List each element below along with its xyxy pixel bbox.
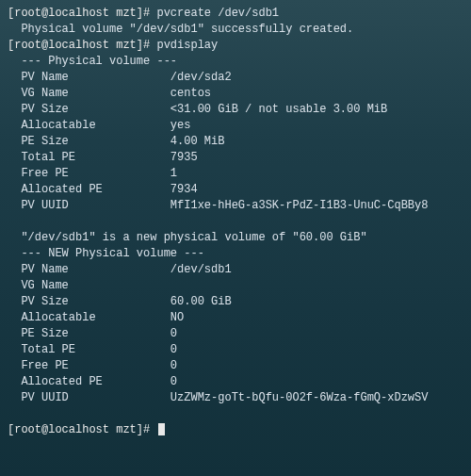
pv-alloc-row: Allocatable yes	[8, 118, 463, 134]
npv-totalpe-row: Total PE 0	[8, 342, 463, 358]
new-pv-header: --- NEW Physical volume ---	[8, 246, 463, 262]
output-line: Physical volume "/dev/sdb1" successfully…	[8, 22, 463, 38]
pv-name-val: /dev/sda2	[171, 71, 232, 84]
npv-size-row: PV Size 60.00 GiB	[8, 294, 463, 310]
blank-line	[8, 406, 463, 422]
pv-size-row: PV Size <31.00 GiB / not usable 3.00 MiB	[8, 102, 463, 118]
bracket-close: ]#	[137, 39, 150, 52]
pv-size-key: PV Size	[8, 103, 171, 116]
pv-name-row: PV Name /dev/sda2	[8, 70, 463, 86]
pv-totalpe-row: Total PE 7935	[8, 150, 463, 166]
npv-vg-row: VG Name	[8, 278, 463, 294]
pv-alloc-val: yes	[171, 119, 191, 132]
pv-size-val: <31.00 GiB / not usable 3.00 MiB	[171, 103, 387, 116]
pv-pe-key: PE Size	[8, 135, 171, 148]
npv-pe-val: 0	[171, 327, 177, 340]
npv-allocpe-val: 0	[171, 375, 177, 388]
npv-totalpe-key: Total PE	[8, 343, 171, 356]
pv-vg-row: VG Name centos	[8, 86, 463, 102]
pv-allocpe-val: 7934	[171, 183, 198, 196]
npv-name-key: PV Name	[8, 263, 171, 276]
npv-uuid-key: PV UUID	[8, 391, 171, 404]
npv-uuid-row: PV UUID UzZWMz-goTt-bQfu-0O2f-6Wza-fGmQ-…	[8, 390, 463, 406]
pv-pe-row: PE Size 4.00 MiB	[8, 134, 463, 150]
pv-allocpe-row: Allocated PE 7934	[8, 182, 463, 198]
pv-allocpe-key: Allocated PE	[8, 183, 171, 196]
pv-freepe-val: 1	[171, 167, 177, 180]
npv-freepe-key: Free PE	[8, 359, 171, 372]
npv-totalpe-val: 0	[171, 343, 177, 356]
npv-allocpe-row: Allocated PE 0	[8, 374, 463, 390]
npv-freepe-row: Free PE 0	[8, 358, 463, 374]
pv-pe-val: 4.00 MiB	[171, 135, 225, 148]
pv-totalpe-val: 7935	[171, 151, 198, 164]
pv-uuid-val: MfI1xe-hHeG-a3SK-rPdZ-I1B3-UnuC-CqBBy8	[171, 199, 429, 212]
npv-uuid-val: UzZWMz-goTt-bQfu-0O2f-6Wza-fGmQ-xDzwSV	[171, 391, 429, 404]
pv-uuid-row: PV UUID MfI1xe-hHeG-a3SK-rPdZ-I1B3-UnuC-…	[8, 198, 463, 214]
npv-freepe-val: 0	[171, 359, 177, 372]
command-text[interactable]	[150, 423, 156, 436]
pv-uuid-key: PV UUID	[8, 199, 171, 212]
npv-name-val: /dev/sdb1	[171, 263, 232, 276]
bracket-close: ]#	[137, 423, 150, 436]
new-pv-msg: "/dev/sdb1" is a new physical volume of …	[8, 230, 463, 246]
pv-freepe-row: Free PE 1	[8, 166, 463, 182]
pv-header: --- Physical volume ---	[8, 54, 463, 70]
cursor-icon	[158, 423, 165, 435]
npv-allocpe-key: Allocated PE	[8, 375, 171, 388]
pv-freepe-key: Free PE	[8, 167, 171, 180]
npv-pe-key: PE Size	[8, 327, 171, 340]
pv-totalpe-key: Total PE	[8, 151, 171, 164]
npv-vg-key: VG Name	[8, 279, 171, 292]
prompt-line-1: [root@localhost mzt]# pvcreate /dev/sdb1	[8, 6, 463, 22]
pv-alloc-key: Allocatable	[8, 119, 171, 132]
npv-alloc-val: NO	[171, 311, 184, 324]
npv-alloc-row: Allocatable NO	[8, 310, 463, 326]
pv-vg-key: VG Name	[8, 87, 171, 100]
prompt-line-2: [root@localhost mzt]# pvdisplay	[8, 38, 463, 54]
bracket-close: ]#	[137, 7, 150, 20]
blank-line	[8, 214, 463, 230]
prompt-line-3[interactable]: [root@localhost mzt]#	[8, 422, 463, 438]
npv-alloc-key: Allocatable	[8, 311, 171, 324]
npv-size-key: PV Size	[8, 295, 171, 308]
command-text: pvdisplay	[150, 39, 218, 52]
prompt-user: root@localhost mzt	[14, 7, 137, 20]
pv-name-key: PV Name	[8, 71, 171, 84]
command-text: pvcreate /dev/sdb1	[150, 7, 279, 20]
pv-vg-val: centos	[171, 87, 211, 100]
prompt-user: root@localhost mzt	[14, 39, 137, 52]
npv-pe-row: PE Size 0	[8, 326, 463, 342]
npv-name-row: PV Name /dev/sdb1	[8, 262, 463, 278]
prompt-user: root@localhost mzt	[14, 423, 137, 436]
npv-size-val: 60.00 GiB	[171, 295, 232, 308]
